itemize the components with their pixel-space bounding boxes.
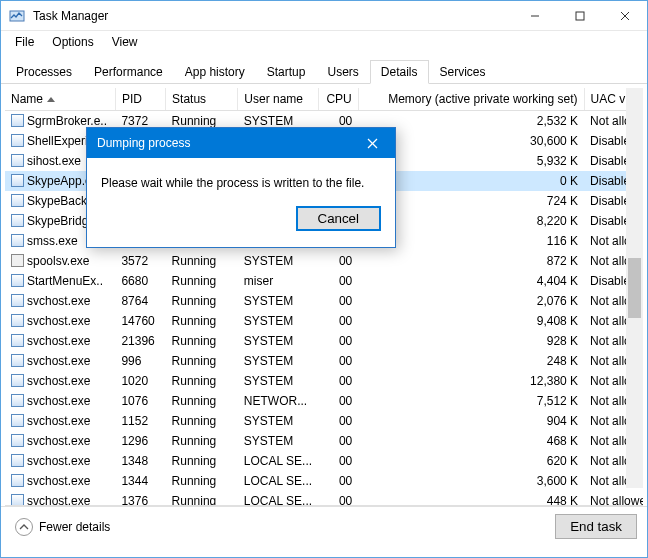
close-button[interactable] [602,1,647,30]
process-name: svchost.exe [27,414,90,428]
cell-pid: 3572 [115,251,165,271]
table-row[interactable]: svchost.exe1348RunningLOCAL SE...00620 K… [5,451,643,471]
tab-users[interactable]: Users [316,60,369,84]
application-icon [11,214,24,227]
col-header-status[interactable]: Status [166,88,238,111]
cell-status: Running [166,351,238,371]
table-row[interactable]: svchost.exe1020RunningSYSTEM0012,380 KNo… [5,371,643,391]
fewer-details-toggle[interactable]: Fewer details [11,516,114,538]
application-icon [11,274,24,287]
window-titlebar: Task Manager [1,1,647,31]
table-row[interactable]: svchost.exe1296RunningSYSTEM00468 KNot a… [5,431,643,451]
cell-mem: 7,512 K [358,391,584,411]
cell-user: SYSTEM [238,291,318,311]
menu-view[interactable]: View [104,33,146,51]
tab-strip: ProcessesPerformanceApp historyStartupUs… [1,59,647,84]
cell-cpu: 00 [318,251,358,271]
cell-user: SYSTEM [238,411,318,431]
process-name: svchost.exe [27,354,90,368]
application-icon [11,114,24,127]
cell-cpu: 00 [318,311,358,331]
cell-pid: 1020 [115,371,165,391]
cell-status: Running [166,411,238,431]
tab-services[interactable]: Services [429,60,497,84]
cell-pid: 8764 [115,291,165,311]
dialog-title: Dumping process [97,136,350,150]
table-row[interactable]: svchost.exe21396RunningSYSTEM00928 KNot … [5,331,643,351]
col-header-pid[interactable]: PID [115,88,165,111]
cell-cpu: 00 [318,491,358,506]
menu-file[interactable]: File [7,33,42,51]
cell-status: Running [166,491,238,506]
tab-processes[interactable]: Processes [5,60,83,84]
application-icon [11,394,24,407]
cell-pid: 1376 [115,491,165,506]
scrollbar-thumb[interactable] [628,258,641,318]
process-name: svchost.exe [27,294,90,308]
cell-status: Running [166,271,238,291]
table-row[interactable]: svchost.exe14760RunningSYSTEM009,408 KNo… [5,311,643,331]
process-name: smss.exe [27,234,78,248]
menu-options[interactable]: Options [44,33,101,51]
cell-pid: 1344 [115,471,165,491]
application-icon [11,154,24,167]
cell-cpu: 00 [318,351,358,371]
cell-status: Running [166,311,238,331]
application-icon [11,314,24,327]
application-icon [11,134,24,147]
end-task-button[interactable]: End task [555,514,637,539]
table-row[interactable]: svchost.exe1152RunningSYSTEM00904 KNot a… [5,411,643,431]
minimize-button[interactable] [512,1,557,30]
cell-status: Running [166,331,238,351]
dialog-close-button[interactable] [350,128,395,158]
window-title: Task Manager [33,9,512,23]
maximize-button[interactable] [557,1,602,30]
cell-mem: 620 K [358,451,584,471]
vertical-scrollbar[interactable] [626,88,643,488]
table-row[interactable]: svchost.exe8764RunningSYSTEM002,076 KNot… [5,291,643,311]
table-row[interactable]: StartMenuEx..6680Runningmiser004,404 KDi… [5,271,643,291]
application-icon [11,494,24,506]
process-name: svchost.exe [27,474,90,488]
dialog-cancel-button[interactable]: Cancel [296,206,382,231]
table-row[interactable]: svchost.exe1076RunningNETWOR...007,512 K… [5,391,643,411]
process-name: svchost.exe [27,394,90,408]
col-header-cpu[interactable]: CPU [318,88,358,111]
cell-status: Running [166,291,238,311]
tab-details[interactable]: Details [370,60,429,84]
table-row[interactable]: svchost.exe1344RunningLOCAL SE...003,600… [5,471,643,491]
cell-status: Running [166,431,238,451]
dialog-titlebar[interactable]: Dumping process [87,128,395,158]
cell-mem: 904 K [358,411,584,431]
service-icon [11,254,24,267]
cell-cpu: 00 [318,371,358,391]
cell-status: Running [166,251,238,271]
application-icon [11,454,24,467]
cell-mem: 3,600 K [358,471,584,491]
cell-user: SYSTEM [238,331,318,351]
table-row[interactable]: spoolsv.exe3572RunningSYSTEM00872 KNot a… [5,251,643,271]
tab-performance[interactable]: Performance [83,60,174,84]
cell-cpu: 00 [318,291,358,311]
tab-app-history[interactable]: App history [174,60,256,84]
application-icon [11,194,24,207]
cell-pid: 1348 [115,451,165,471]
cell-user: SYSTEM [238,251,318,271]
tab-startup[interactable]: Startup [256,60,317,84]
col-header-user[interactable]: User name [238,88,318,111]
application-icon [11,234,24,247]
table-row[interactable]: svchost.exe996RunningSYSTEM00248 KNot al… [5,351,643,371]
table-row[interactable]: svchost.exe1376RunningLOCAL SE...00448 K… [5,491,643,506]
chevron-up-icon [15,518,33,536]
col-header-mem[interactable]: Memory (active private working set) [358,88,584,111]
menu-bar: File Options View [1,31,647,53]
cell-status: Running [166,371,238,391]
cell-user: miser [238,271,318,291]
cell-cpu: 00 [318,411,358,431]
cell-status: Running [166,471,238,491]
cell-pid: 14760 [115,311,165,331]
col-header-name[interactable]: Name [5,88,115,111]
cell-cpu: 00 [318,431,358,451]
dialog-message: Please wait while the process is written… [87,158,395,200]
application-icon [11,354,24,367]
